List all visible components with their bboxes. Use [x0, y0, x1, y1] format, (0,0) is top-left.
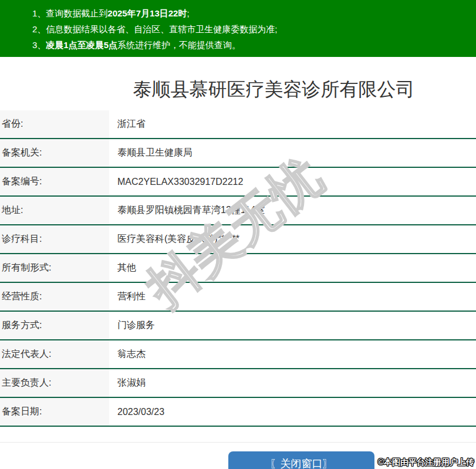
field-value: 门诊服务 [109, 312, 155, 339]
copyright-notice: ©本图由平台注册用户上传 [378, 457, 474, 468]
table-row-legal-representative: 法定代表人: 翁志杰 [0, 340, 476, 369]
table-row-service-mode: 服务方式: 门诊服务 [0, 312, 476, 340]
field-label: 服务方式: [0, 312, 109, 339]
field-label: 备案日期: [0, 398, 109, 426]
field-label: 诊疗科目: [0, 225, 109, 253]
field-value: 浙江省 [109, 110, 146, 138]
footer-divider [0, 442, 476, 443]
notice-text: ; [187, 8, 189, 18]
table-row-ownership-form: 所有制形式: 其他 [0, 254, 476, 283]
notice-bold-text: 2025年7月13日22时 [107, 8, 187, 18]
notice-bar: 1、查询数据截止到2025年7月13日22时; 2、信息数据结果以各省、自治区、… [0, 0, 476, 57]
notice-text: 信息数据结果以各省、自治区、直辖市卫生健康委数据为准; [46, 24, 277, 34]
field-label: 法定代表人: [0, 340, 109, 368]
notice-number: 3、 [32, 40, 46, 50]
table-row-record-date: 备案日期: 2023/03/23 [0, 398, 476, 427]
table-row-address: 地址: 泰顺县罗阳镇桃园青草湾12幢114室 [0, 197, 476, 225]
close-window-button[interactable]: 〖关闭窗口〗 [228, 451, 374, 469]
field-value: 泰顺县卫生健康局 [109, 139, 193, 167]
field-value: 营利性 [109, 283, 146, 311]
notice-bold-text: 凌晨1点至凌晨5点 [46, 40, 117, 50]
table-row-province: 省份: 浙江省 [0, 110, 476, 139]
field-label: 备案机关: [0, 139, 109, 167]
record-table: 省份: 浙江省 备案机关: 泰顺县卫生健康局 备案编号: MAC2YELAX33… [0, 110, 476, 427]
notice-number: 1、 [32, 8, 46, 18]
field-label: 备案编号: [0, 168, 109, 195]
field-label: 地址: [0, 197, 109, 224]
field-label: 主要负责人: [0, 369, 109, 397]
field-label: 省份: [0, 110, 109, 138]
table-row-medical-subjects: 诊疗科目: 医疗美容科(美容皮肤科)****** [0, 225, 476, 254]
field-value: 翁志杰 [109, 340, 146, 368]
notice-text: 系统进行维护，不能提供查询。 [117, 40, 241, 50]
field-label: 所有制形式: [0, 254, 109, 282]
notice-line-2: 2、信息数据结果以各省、自治区、直辖市卫生健康委数据为准; [32, 21, 470, 37]
field-label: 经营性质: [0, 283, 109, 311]
table-row-business-nature: 经营性质: 营利性 [0, 283, 476, 312]
table-row-record-number: 备案编号: MAC2YELAX33032917D2212 [0, 168, 476, 197]
field-value: 2023/03/23 [109, 398, 164, 426]
notice-text: 查询数据截止到 [46, 8, 107, 18]
field-value: 泰顺县罗阳镇桃园青草湾12幢114室 [109, 197, 265, 224]
table-row-main-person-in-charge: 主要负责人: 张淑娟 [0, 369, 476, 398]
field-value: 其他 [109, 254, 136, 282]
table-row-record-authority: 备案机关: 泰顺县卫生健康局 [0, 139, 476, 168]
page-title: 泰顺县慕研医疗美容诊所有限公司 [0, 77, 476, 103]
field-value: 张淑娟 [109, 369, 146, 397]
notice-line-3: 3、凌晨1点至凌晨5点系统进行维护，不能提供查询。 [32, 37, 470, 53]
field-value: 医疗美容科(美容皮肤科)****** [109, 225, 239, 253]
notice-number: 2、 [32, 24, 46, 34]
notice-line-1: 1、查询数据截止到2025年7月13日22时; [32, 5, 470, 21]
field-value: MAC2YELAX33032917D2212 [109, 168, 243, 195]
